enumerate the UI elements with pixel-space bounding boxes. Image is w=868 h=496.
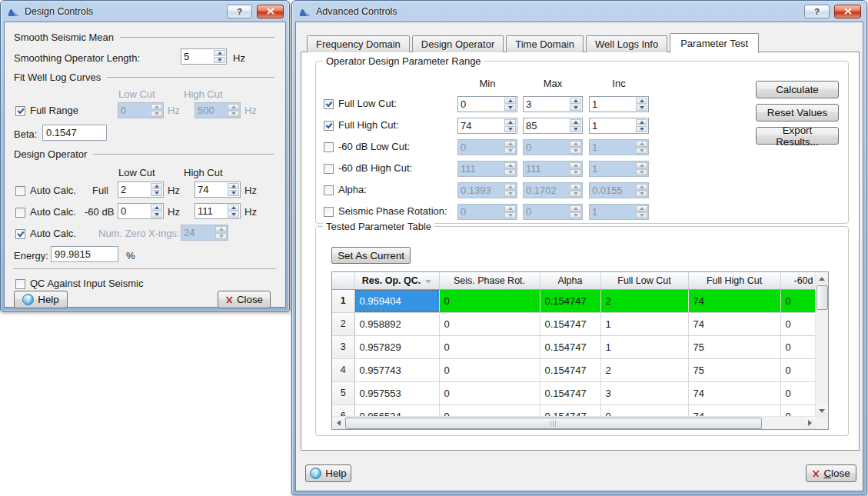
spin-up-icon[interactable] — [570, 98, 581, 104]
spin-up-icon[interactable] — [214, 50, 225, 56]
table-cell[interactable]: 0.154747 — [540, 358, 600, 381]
table-cell[interactable]: 1 — [600, 312, 688, 335]
table-cell[interactable]: 0.154747 — [540, 312, 600, 335]
spin-down-icon[interactable] — [151, 190, 162, 196]
spin-down-icon[interactable] — [570, 126, 581, 132]
table-cell[interactable]: 74 — [688, 312, 780, 335]
help-button[interactable]: Help — [14, 291, 68, 308]
spin-down-icon[interactable] — [228, 190, 239, 196]
spin-down-icon[interactable] — [214, 57, 225, 63]
seismic-phase-rotation-checkbox[interactable] — [324, 207, 334, 217]
table-cell[interactable]: 75 — [688, 358, 780, 381]
spin-up-icon[interactable] — [151, 183, 162, 189]
table-cell[interactable]: 0 — [439, 335, 540, 358]
spin-down-icon[interactable] — [636, 105, 647, 111]
spinner-value[interactable]: 111 — [195, 204, 227, 218]
titlebar-help-button[interactable]: ? — [227, 5, 252, 18]
tab-frequency-domain[interactable]: Frequency Domain — [307, 35, 410, 52]
spinner-value[interactable]: 74 — [195, 182, 227, 197]
60db-high-cut-spinner[interactable]: 111 — [195, 203, 241, 219]
table-cell[interactable]: 0 — [780, 335, 816, 358]
full-high-cut-inc-spinner[interactable]: 1 — [589, 118, 649, 134]
titlebar-close-button[interactable] — [834, 5, 861, 18]
spinner-value[interactable]: 85 — [524, 118, 569, 133]
spin-up-icon[interactable] — [228, 205, 239, 211]
table-cell[interactable]: 0.957829 — [354, 335, 439, 358]
help-button[interactable]: Help — [305, 464, 351, 482]
60db-high-cut-checkbox[interactable] — [324, 164, 334, 174]
scroll-down-button[interactable] — [816, 404, 828, 417]
full-high-cut-checkbox[interactable] — [324, 121, 334, 131]
column-header-alpha[interactable]: Alpha — [540, 272, 600, 289]
table-cell[interactable]: 0 — [439, 381, 540, 404]
auto-calc-full-checkbox[interactable] — [15, 186, 25, 196]
spin-down-icon[interactable] — [151, 211, 162, 218]
table-cell[interactable]: 0.154747 — [540, 381, 600, 404]
spin-down-icon[interactable] — [504, 126, 516, 132]
calculate-button[interactable]: Calculate — [756, 81, 839, 98]
full-low-cut-inc-spinner[interactable]: 1 — [589, 96, 649, 112]
design-titlebar[interactable]: Design Controls ? — [1, 1, 289, 22]
table-cell[interactable]: 0 — [780, 312, 816, 335]
table-cell[interactable]: 0 — [780, 381, 816, 404]
spinner-value[interactable]: 1 — [590, 118, 635, 133]
table-cell[interactable]: 0.957553 — [354, 381, 439, 404]
export-results-button[interactable]: Export Results... — [756, 127, 839, 145]
spin-up-icon[interactable] — [636, 119, 647, 125]
spin-up-icon[interactable] — [504, 119, 516, 125]
table-cell[interactable]: 2 — [600, 289, 688, 312]
table-cell[interactable]: 2 — [600, 358, 688, 381]
row-header[interactable]: 5 — [332, 381, 354, 404]
table-row[interactable]: 4 0.957743 0 0.154747 2 75 0 — [332, 358, 816, 381]
table-cell[interactable]: 1 — [600, 335, 688, 358]
column-header-seis-phase-rot[interactable]: Seis. Phase Rot. — [439, 272, 540, 289]
spin-up-icon[interactable] — [570, 119, 581, 125]
table-cell[interactable]: 0 — [780, 289, 816, 312]
scroll-up-button[interactable] — [816, 272, 828, 285]
spinner-value[interactable]: 74 — [458, 118, 504, 133]
smoothing-length-spinner[interactable]: 5 — [181, 48, 227, 65]
titlebar-help-button[interactable]: ? — [804, 5, 830, 18]
full-range-checkbox[interactable] — [15, 106, 25, 116]
spinner-value[interactable]: 2 — [118, 182, 150, 197]
reset-values-button[interactable]: Reset Values — [756, 104, 839, 122]
table-cell[interactable]: 74 — [688, 289, 780, 312]
table-cell[interactable]: 0 — [439, 358, 540, 381]
row-header[interactable]: 1 — [332, 289, 354, 312]
60db-low-cut-checkbox[interactable] — [324, 142, 334, 152]
row-header[interactable]: 3 — [332, 335, 354, 358]
full-high-cut-min-spinner[interactable]: 74 — [457, 118, 517, 134]
column-header-full-low-cut[interactable]: Full Low Cut — [600, 272, 688, 289]
spin-up-icon[interactable] — [636, 98, 647, 104]
full-low-cut-spinner[interactable]: 2 — [118, 181, 164, 198]
titlebar-close-button[interactable] — [257, 5, 284, 18]
tab-well-logs-info[interactable]: Well Logs Info — [586, 35, 667, 52]
auto-calc-60db-checkbox[interactable] — [15, 208, 25, 218]
spin-down-icon[interactable] — [570, 105, 581, 111]
vertical-scroll-thumb[interactable] — [816, 285, 828, 310]
spinner-value[interactable]: 0 — [458, 97, 504, 112]
table-cell[interactable]: 0 — [439, 312, 540, 335]
full-low-cut-min-spinner[interactable]: 0 — [457, 96, 517, 112]
tab-design-operator[interactable]: Design Operator — [412, 35, 504, 52]
close-button[interactable]: Close — [218, 291, 271, 308]
row-header[interactable]: 2 — [332, 312, 354, 335]
row-header[interactable]: 4 — [332, 358, 354, 381]
full-high-cut-spinner[interactable]: 74 — [195, 181, 241, 198]
energy-field[interactable]: 99.9815 — [51, 246, 118, 262]
column-header-60db-truncated[interactable]: -60d — [780, 272, 816, 289]
set-as-current-button[interactable]: Set As Current — [331, 247, 411, 264]
table-cell[interactable]: 75 — [688, 335, 780, 358]
table-row[interactable]: 2 0.958892 0 0.154747 1 74 0 — [332, 312, 816, 335]
column-header-full-high-cut[interactable]: Full High Cut — [688, 272, 780, 289]
table-cell[interactable]: 3 — [600, 381, 688, 404]
table-cell[interactable]: 0.959404 — [354, 289, 439, 312]
spinner-value[interactable]: 1 — [590, 97, 635, 112]
spin-up-icon[interactable] — [228, 183, 239, 189]
spinner-value[interactable]: 3 — [524, 97, 569, 112]
table-cell[interactable]: 0.154747 — [540, 335, 600, 358]
vertical-scrollbar[interactable] — [815, 272, 828, 417]
spinner-value[interactable]: 5 — [181, 49, 213, 64]
advanced-titlebar[interactable]: Advanced Controls ? — [292, 1, 866, 22]
table-cell[interactable]: 0 — [439, 289, 540, 312]
